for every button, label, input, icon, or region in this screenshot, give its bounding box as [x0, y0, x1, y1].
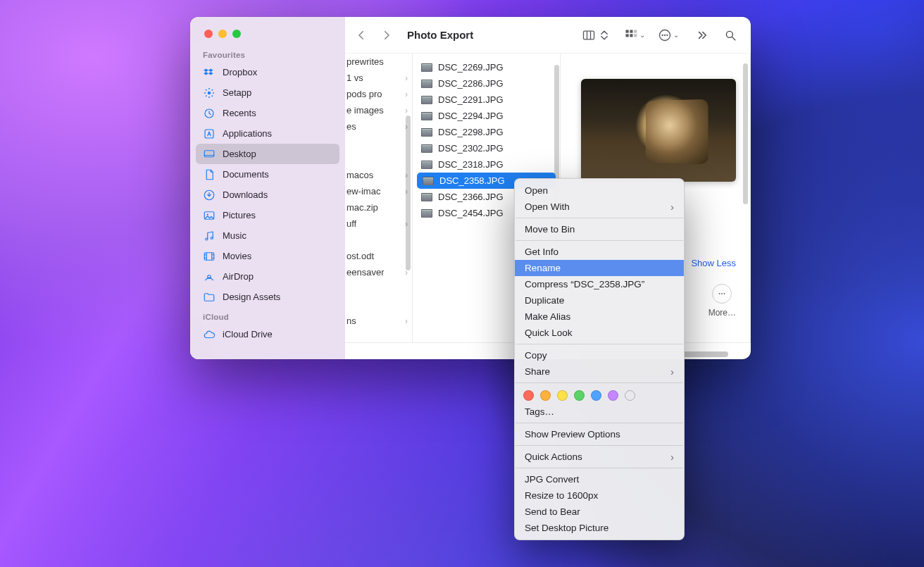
svg-point-6 [211, 89, 213, 90]
file-row[interactable]: DSC_2286.JPG [413, 75, 560, 92]
column-folders[interactable]: prewrites1 vs›pods pro›e images›es›macos… [345, 54, 413, 342]
folder-row[interactable] [345, 280, 412, 297]
search-button[interactable] [720, 25, 741, 45]
image-file-icon [421, 80, 432, 88]
folder-row[interactable]: eensaver› [345, 264, 412, 280]
image-file-icon [421, 144, 432, 153]
file-row[interactable]: DSC_2294.JPG [413, 108, 560, 124]
folder-row[interactable]: prewrites [345, 54, 412, 70]
sidebar-item-recents[interactable]: Recents [196, 103, 339, 123]
folder-row[interactable]: macos› [345, 167, 412, 183]
cm-resize[interactable]: Resize to 1600px [515, 487, 684, 504]
file-name: DSC_2366.JPG [438, 192, 504, 202]
sidebar-item-music[interactable]: Music [196, 225, 339, 246]
sidebar-item-airdrop[interactable]: AirDrop [196, 266, 339, 287]
folder-row[interactable] [345, 297, 412, 313]
cm-copy[interactable]: Copy [515, 347, 684, 363]
sidebar-item-downloads[interactable]: Downloads [196, 185, 339, 205]
cm-quick-actions[interactable]: Quick Actions [515, 449, 684, 465]
folder-row[interactable]: 1 vs› [345, 70, 412, 86]
folder-row[interactable]: ew-imac› [345, 183, 412, 199]
folder-row[interactable]: pods pro› [345, 86, 412, 102]
file-row[interactable]: DSC_2302.JPG [413, 140, 560, 156]
show-less-link[interactable]: Show Less [691, 258, 736, 268]
sidebar-item-applications[interactable]: Applications [196, 123, 339, 144]
tag-color-dot[interactable] [574, 390, 585, 401]
sidebar-item-icloud-drive[interactable]: iCloud Drive [196, 324, 339, 344]
cm-send-to-bear[interactable]: Send to Bear [515, 504, 684, 520]
cm-quick-look[interactable]: Quick Look [515, 325, 684, 341]
file-name: DSC_2454.JPG [438, 208, 504, 218]
nav-back-button[interactable] [351, 25, 372, 45]
cm-rename[interactable]: Rename [515, 260, 684, 276]
cm-share[interactable]: Share [515, 363, 684, 380]
folder-row[interactable]: e images› [345, 102, 412, 118]
cm-jpg-convert[interactable]: JPG Convert [515, 471, 684, 487]
cm-open-with[interactable]: Open With [515, 199, 684, 215]
image-file-icon [421, 96, 432, 104]
sidebar-item-pictures[interactable]: Pictures [196, 205, 339, 225]
svg-point-8 [211, 95, 213, 96]
sidebar-item-setapp[interactable]: Setapp [196, 82, 339, 103]
toolbar-overflow-button[interactable] [692, 25, 713, 45]
cm-compress[interactable]: Compress “DSC_2358.JPG” [515, 276, 684, 292]
folder-row[interactable] [345, 135, 412, 151]
folder-label: ew-imac [346, 186, 380, 197]
cm-get-info[interactable]: Get Info [515, 244, 684, 260]
svg-rect-19 [584, 31, 594, 39]
tag-color-dot[interactable] [523, 390, 534, 401]
tag-color-none[interactable] [625, 390, 635, 401]
scrollbar-thumb[interactable] [743, 63, 748, 204]
cm-move-to-bin[interactable]: Move to Bin [515, 221, 684, 237]
preview-more-button[interactable]: More… [708, 284, 736, 318]
action-menu-button[interactable]: ⌄ [658, 28, 679, 42]
columns-icon [582, 28, 596, 42]
sidebar-item-movies[interactable]: Movies [196, 246, 339, 266]
file-row[interactable]: DSC_2298.JPG [413, 124, 560, 140]
file-name: DSC_2286.JPG [438, 78, 504, 89]
window-zoom-button[interactable] [232, 30, 241, 38]
folder-row[interactable]: mac.zip [345, 199, 412, 216]
grid-icon [624, 28, 638, 42]
menu-separator [516, 218, 683, 218]
group-by-button[interactable]: ⌄ [624, 28, 645, 42]
folder-row[interactable] [345, 232, 412, 248]
cm-make-alias[interactable]: Make Alias [515, 309, 684, 325]
cm-show-preview-options[interactable]: Show Preview Options [515, 426, 684, 442]
tag-color-dot[interactable] [591, 390, 601, 401]
context-menu: Open Open With Move to Bin Get Info Rena… [514, 178, 685, 540]
sidebar-item-design-assets[interactable]: Design Assets [196, 287, 339, 307]
tag-color-dot[interactable] [557, 390, 568, 401]
recents-icon [203, 107, 216, 120]
folder-row[interactable] [345, 151, 412, 167]
menu-separator [516, 423, 683, 423]
sidebar-item-label: Recents [223, 108, 256, 118]
folder-label: prewrites [346, 56, 384, 67]
window-close-button[interactable] [204, 30, 213, 38]
nav-forward-button[interactable] [376, 25, 397, 45]
scrollbar-thumb[interactable] [406, 116, 411, 270]
folder-row[interactable]: es› [345, 118, 412, 135]
folder-row[interactable]: ns› [345, 313, 412, 329]
folder-label: ns [346, 316, 356, 326]
file-row[interactable]: DSC_2318.JPG [413, 156, 560, 173]
sidebar-item-dropbox[interactable]: Dropbox [196, 62, 339, 82]
folder-row[interactable]: uff› [345, 216, 412, 232]
tag-color-dot[interactable] [608, 390, 618, 401]
sidebar-item-label: Design Assets [223, 292, 280, 302]
sidebar-item-desktop[interactable]: Desktop [196, 144, 339, 164]
view-mode-button[interactable] [582, 28, 611, 42]
folder-row[interactable]: ost.odt [345, 248, 412, 264]
window-minimize-button[interactable] [218, 30, 227, 38]
file-row[interactable]: DSC_2291.JPG [413, 92, 560, 108]
file-row[interactable]: DSC_2269.JPG [413, 59, 560, 75]
cm-open[interactable]: Open [515, 182, 684, 199]
tag-color-dot[interactable] [540, 390, 551, 401]
cm-duplicate[interactable]: Duplicate [515, 292, 684, 309]
cm-set-desktop-picture[interactable]: Set Desktop Picture [515, 520, 684, 536]
file-name: DSC_2358.JPG [439, 175, 505, 186]
cm-tags[interactable]: Tags… [515, 404, 684, 420]
sidebar-item-documents[interactable]: Documents [196, 164, 339, 185]
file-name: DSC_2302.JPG [438, 143, 504, 154]
search-icon [724, 29, 737, 42]
